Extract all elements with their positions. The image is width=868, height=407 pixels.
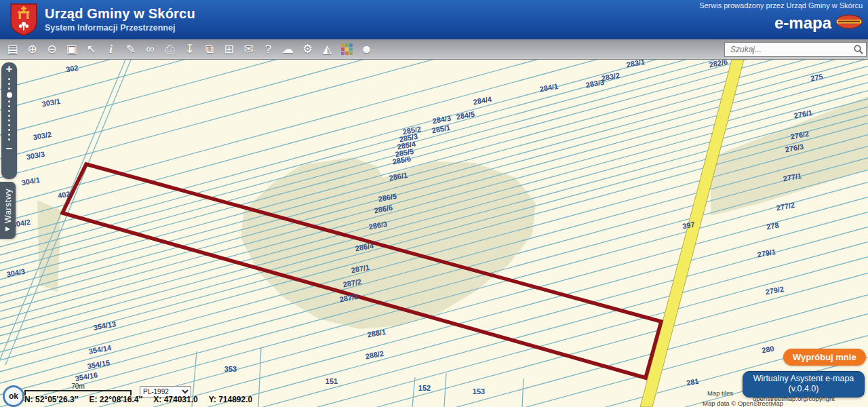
layers-icon[interactable]: ▤	[3, 40, 22, 59]
toolbar: ▤⊕⊖▣↖i✎∞⎙↧⧉⊞✉?☁⚙◭☻	[0, 39, 868, 60]
copy-view-icon[interactable]: ⧉	[199, 40, 219, 59]
info-icon[interactable]: i	[101, 40, 121, 59]
download-icon[interactable]: ↧	[180, 40, 199, 59]
zoom-level-handle[interactable]	[7, 92, 12, 98]
cloud-download-icon[interactable]: ☁	[278, 40, 298, 59]
coord-x: X: 474031.0	[153, 395, 197, 404]
attribution-tiles: Map tiles	[707, 389, 733, 397]
coord-y: Y: 714892.0	[209, 395, 253, 404]
zoom-level-dot[interactable]	[8, 129, 10, 131]
zoom-level-dot[interactable]	[8, 105, 10, 107]
pointer-icon[interactable]: ↖	[81, 40, 101, 59]
layers-tab-label: Warstwy	[3, 189, 13, 223]
assistant-button-line2: (v.0.4.0)	[743, 384, 864, 394]
layout-panels-icon[interactable]: ⊞	[219, 40, 239, 59]
layers-panel-tab[interactable]: Warstwy ▶	[0, 182, 16, 239]
geo-system-logo-icon	[835, 14, 863, 32]
assistant-tooltip[interactable]: Wypróbuj mnie	[783, 349, 866, 366]
print-icon[interactable]: ⎙	[160, 40, 180, 59]
chat-icon[interactable]: ✉	[239, 40, 258, 59]
zoom-level-dot[interactable]	[8, 124, 10, 126]
expand-arrow-icon: ▶	[5, 225, 10, 232]
zoom-in-button[interactable]: +	[6, 62, 13, 76]
parcel-label: 151	[326, 377, 338, 385]
virtual-assistant-button[interactable]: Wirtualny Asystent e-mapa (v.0.4.0)	[743, 371, 865, 398]
parcel-label: 153	[473, 387, 485, 395]
coord-n: N: 52°05′26.3″	[24, 395, 78, 404]
municipality-crest-icon	[9, 3, 38, 39]
legend-grid-icon[interactable]	[337, 43, 357, 55]
header: Urząd Gminy w Skórcu System Informacji P…	[0, 0, 868, 39]
coord-e: E: 22°08′16.4″	[89, 395, 142, 404]
coordinates-readout: N: 52°05′26.3″ E: 22°08′16.4″ X: 474031.…	[24, 395, 252, 404]
zoom-out-button[interactable]: −	[6, 142, 13, 156]
zoom-level-dot[interactable]	[8, 83, 10, 85]
search-input[interactable]	[724, 42, 867, 57]
zoom-level-dot[interactable]	[8, 100, 10, 102]
ok-button[interactable]: ok	[3, 385, 24, 407]
zoom-in-icon[interactable]: ⊕	[22, 40, 42, 59]
zoom-slider-track[interactable]	[7, 78, 12, 140]
assistant-button-line1: Wirtualny Asystent e-mapa	[743, 374, 864, 384]
zoom-level-dot[interactable]	[8, 115, 10, 117]
help-icon[interactable]: ?	[258, 40, 278, 59]
zoom-level-dot[interactable]	[8, 134, 10, 136]
zoom-level-dot[interactable]	[8, 119, 10, 121]
select-area-icon[interactable]: ▣	[62, 40, 81, 59]
map-viewport[interactable]: 302303/1303/2303/3304/1402304/2304/3354/…	[0, 60, 868, 407]
parcel-label: 353	[224, 365, 237, 373]
zoom-level-dot[interactable]	[8, 78, 10, 80]
search-icon[interactable]	[854, 45, 863, 54]
compare-icon[interactable]: ◭	[317, 40, 337, 59]
scale-label: 70m	[24, 383, 132, 390]
link-icon[interactable]: ∞	[140, 40, 160, 59]
service-note: Serwis prowadzony przez Urząd Gminy w Sk…	[699, 1, 863, 9]
zoom-level-dot[interactable]	[8, 110, 10, 112]
measure-icon[interactable]: ✎	[121, 40, 140, 59]
zoom-level-dot[interactable]	[8, 138, 10, 140]
settings-icon[interactable]: ⚙	[298, 40, 317, 59]
zoom-slider[interactable]: + −	[1, 62, 17, 179]
brand-name: e-mapa	[774, 14, 831, 33]
scale-bar: 70m	[24, 383, 132, 395]
page-title: Urząd Gminy w Skórcu	[45, 6, 195, 22]
parcel-label: 152	[418, 384, 431, 392]
toolbar-icons: ▤⊕⊖▣↖i✎∞⎙↧⧉⊞✉?☁⚙◭☻	[0, 40, 376, 59]
page-subtitle: System Informacji Przestrzennej	[45, 23, 195, 33]
attribution-data: Map data © OpenStreetMap	[703, 400, 783, 407]
zoom-level-dot[interactable]	[8, 88, 10, 90]
zoom-out-icon[interactable]: ⊖	[42, 40, 62, 59]
contact-icon[interactable]: ☻	[357, 40, 376, 59]
